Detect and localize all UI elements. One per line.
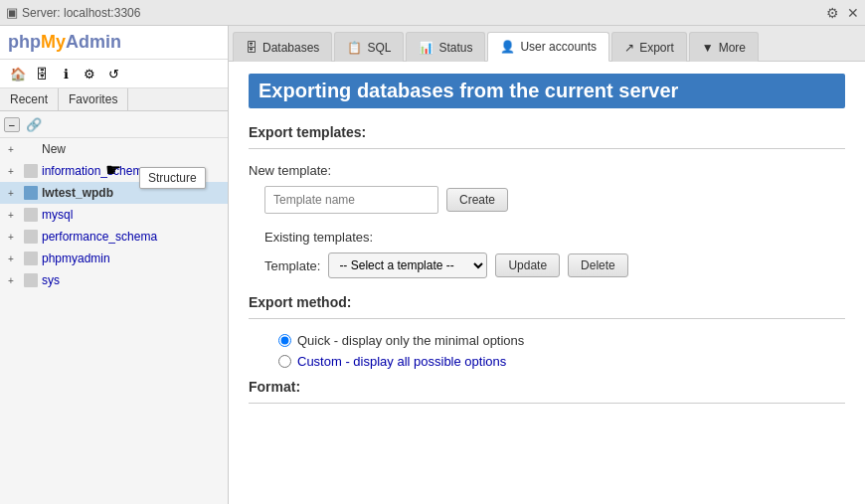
export-templates-title: Export templates: [249, 124, 845, 140]
db-folder-icon [24, 273, 38, 287]
logo-admin: Admin [66, 32, 121, 52]
status-tab-label: Status [438, 41, 472, 55]
cursor-hand: ☛ [105, 161, 121, 179]
delete-button[interactable]: Delete [568, 253, 628, 277]
template-row-label: Template: [264, 258, 320, 273]
db-icon[interactable]: 🗄 [32, 64, 52, 84]
favorites-tab[interactable]: Favorites [59, 88, 128, 110]
quick-radio[interactable] [278, 334, 291, 347]
structure-tooltip: Structure [139, 167, 206, 189]
page-title: Exporting databases from the current ser… [249, 74, 845, 108]
format-section: Format: [249, 379, 845, 404]
expand-icon: + [8, 275, 20, 286]
db-item-mysql[interactable]: + mysql [0, 204, 228, 226]
db-name: information_schema [42, 164, 149, 178]
existing-templates-label: Existing templates: [264, 230, 845, 245]
tab-export[interactable]: ↗ Export [611, 32, 687, 62]
expand-icon: + [8, 166, 20, 177]
existing-templates-section: Existing templates: Template: -- Select … [249, 230, 845, 278]
sync-icon[interactable]: ↺ [103, 64, 123, 84]
db-name: mysql [42, 208, 73, 222]
quick-label[interactable]: Quick - display only the minimal options [297, 333, 524, 348]
server-label: Server: localhost:3306 [22, 6, 140, 20]
custom-radio[interactable] [278, 355, 291, 368]
sidebar: phpMyAdmin 🏠 🗄 ℹ ⚙ ↺ Recent Favorites – … [0, 26, 229, 504]
sidebar-tabs: Recent Favorites [0, 88, 228, 111]
template-select-row: Template: -- Select a template -- Update… [264, 252, 845, 278]
logo: phpMyAdmin [8, 32, 121, 53]
db-folder-icon [24, 186, 38, 200]
settings-icon[interactable]: ⚙ [826, 5, 839, 21]
new-template-label: New template: [249, 163, 845, 178]
user-accounts-tab-label: User accounts [520, 40, 597, 54]
db-folder-icon [24, 252, 38, 265]
new-db-item[interactable]: + New [0, 138, 228, 160]
expand-icon: + [8, 232, 20, 243]
expand-icon: + [8, 188, 20, 199]
sql-tab-label: SQL [367, 41, 391, 55]
quick-option-row: Quick - display only the minimal options [249, 333, 845, 348]
custom-option-row: Custom - display all possible options [249, 354, 845, 369]
export-method-section: Export method: Quick - display only the … [249, 294, 845, 369]
top-bar-icons: ⚙ ✕ [826, 5, 859, 21]
db-folder-icon [24, 208, 38, 222]
sidebar-icon-bar: 🏠 🗄 ℹ ⚙ ↺ [0, 60, 228, 88]
export-method-divider [249, 318, 845, 319]
export-tab-label: Export [639, 41, 674, 55]
db-item-performance-schema[interactable]: + performance_schema [0, 226, 228, 248]
format-title: Format: [249, 379, 845, 395]
content-area: 🗄 Databases 📋 SQL 📊 Status 👤 User accoun… [229, 26, 865, 504]
custom-label[interactable]: Custom - display all possible options [297, 354, 506, 369]
tab-user-accounts[interactable]: 👤 User accounts [487, 32, 609, 62]
db-name: phpmyadmin [42, 252, 110, 265]
template-name-input[interactable] [264, 186, 438, 214]
create-button[interactable]: Create [446, 188, 508, 212]
db-folder-icon [24, 230, 38, 244]
format-divider [249, 403, 845, 404]
link-icon[interactable]: 🔗 [24, 114, 44, 134]
tab-databases[interactable]: 🗄 Databases [233, 32, 332, 62]
export-method-title: Export method: [249, 294, 845, 310]
exit-icon[interactable]: ✕ [847, 5, 859, 21]
page-content: Exporting databases from the current ser… [229, 62, 865, 504]
nav-tabs: 🗄 Databases 📋 SQL 📊 Status 👤 User accoun… [229, 26, 865, 62]
db-folder-icon [24, 164, 38, 178]
server-info: ▣ Server: localhost:3306 [6, 5, 140, 20]
tab-status[interactable]: 📊 Status [406, 32, 485, 62]
tab-sql[interactable]: 📋 SQL [334, 32, 404, 62]
sql-tab-icon: 📋 [347, 41, 362, 55]
recent-tab[interactable]: Recent [0, 88, 59, 110]
logo-my: My [41, 32, 66, 52]
user-accounts-tab-icon: 👤 [500, 40, 515, 54]
expand-icon: + [8, 144, 20, 155]
db-name: performance_schema [42, 230, 157, 244]
new-template-row: Create [249, 186, 845, 214]
db-name: lwtest_wpdb [42, 186, 113, 200]
tab-more[interactable]: ▼ More [689, 32, 759, 62]
db-item-sys[interactable]: + sys [0, 269, 228, 291]
top-bar: ▣ Server: localhost:3306 ⚙ ✕ [0, 0, 865, 26]
more-tab-label: More [719, 41, 746, 55]
logo-area: phpMyAdmin [0, 26, 228, 60]
databases-tab-label: Databases [262, 41, 319, 55]
db-list: + New + information_schema + lwtest_wpdb… [0, 138, 228, 504]
export-tab-icon: ↗ [624, 41, 634, 55]
db-name: sys [42, 273, 60, 287]
status-tab-icon: 📊 [419, 41, 433, 55]
template-select[interactable]: -- Select a template -- [328, 252, 487, 278]
new-db-icon [24, 142, 38, 156]
databases-tab-icon: 🗄 [246, 41, 258, 55]
settings-icon2[interactable]: ⚙ [80, 64, 99, 84]
logo-php: php [8, 32, 41, 52]
info-icon[interactable]: ℹ [56, 64, 76, 84]
new-label: New [42, 142, 66, 156]
home-icon[interactable]: 🏠 [8, 64, 28, 84]
collapse-button[interactable]: – [4, 117, 20, 132]
update-button[interactable]: Update [495, 253, 560, 277]
expand-icon: + [8, 253, 20, 264]
more-tab-icon: ▼ [702, 41, 714, 55]
section-divider [249, 148, 845, 149]
db-item-phpmyadmin[interactable]: + phpmyadmin [0, 248, 228, 269]
expand-icon: + [8, 210, 20, 221]
sidebar-controls: – 🔗 [0, 111, 228, 138]
